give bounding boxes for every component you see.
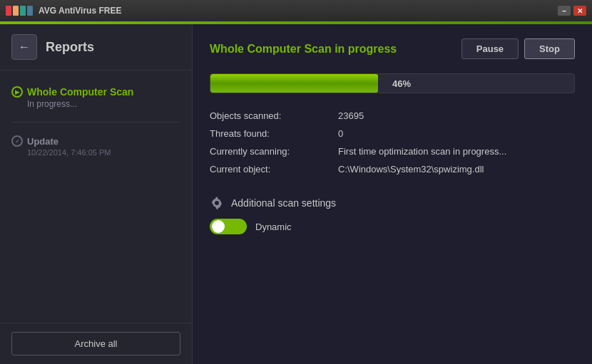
sidebar-footer: Archive all xyxy=(0,323,192,364)
main-content: Whole Computer Scan in progress Pause St… xyxy=(193,24,592,364)
detail-label-threats: Threats found: xyxy=(210,128,338,139)
sidebar-item-update[interactable]: ✓ Update 10/22/2014, 7:46:05 PM xyxy=(0,128,192,164)
logo-block-blue xyxy=(27,6,33,16)
sidebar: ← Reports ▶ Whole Computer Scan In progr… xyxy=(0,24,193,364)
check-icon: ✓ xyxy=(11,135,23,147)
detail-value-current-object: C:\Windows\System32\spwizimg.dll xyxy=(338,164,484,175)
scan-header: Whole Computer Scan in progress Pause St… xyxy=(210,38,575,59)
minimize-button[interactable]: – xyxy=(558,6,571,16)
detail-label-objects: Objects scanned: xyxy=(210,110,338,121)
back-button[interactable]: ← xyxy=(11,34,37,60)
detail-row-currently-scanning: Currently scanning: First time optimizat… xyxy=(210,146,575,157)
item-name-update: ✓ Update xyxy=(11,135,180,147)
logo-block-green xyxy=(20,6,26,16)
additional-scan-settings-label: Additional scan settings xyxy=(231,197,336,209)
detail-row-current-object: Current object: C:\Windows\System32\spwi… xyxy=(210,164,575,175)
avg-logo xyxy=(6,6,33,16)
title-bar-controls: – ✕ xyxy=(558,6,586,16)
scan-details: Objects scanned: 23695 Threats found: 0 … xyxy=(210,110,575,175)
item-name-whole-computer-scan: ▶ Whole Computer Scan xyxy=(11,86,180,98)
pause-button[interactable]: Pause xyxy=(461,38,519,59)
stop-button[interactable]: Stop xyxy=(524,38,575,59)
detail-value-threats: 0 xyxy=(338,128,343,139)
detail-row-objects: Objects scanned: 23695 xyxy=(210,110,575,121)
dynamic-label: Dynamic xyxy=(255,222,292,232)
additional-scan-settings-link[interactable]: Additional scan settings xyxy=(210,196,575,210)
item-timestamp-update: 10/22/2014, 7:46:05 PM xyxy=(27,148,180,157)
sidebar-item-whole-computer-scan[interactable]: ▶ Whole Computer Scan In progress... xyxy=(0,79,192,116)
gear-icon xyxy=(210,196,224,210)
app-title: AVG AntiVirus FREE xyxy=(39,6,121,16)
title-bar: AVG AntiVirus FREE – ✕ xyxy=(0,0,592,21)
toggle-knob xyxy=(212,220,225,233)
logo-block-red xyxy=(6,6,11,16)
detail-value-objects: 23695 xyxy=(338,110,364,121)
sidebar-title: Reports xyxy=(46,40,94,55)
play-icon: ▶ xyxy=(11,86,23,98)
progress-label: 46% xyxy=(392,78,411,89)
sidebar-header: ← Reports xyxy=(0,24,192,71)
progress-container: 46% xyxy=(210,73,575,93)
detail-label-currently-scanning: Currently scanning: xyxy=(210,146,338,157)
additional-settings: Additional scan settings Dynamic xyxy=(210,196,575,234)
main-layout: ← Reports ▶ Whole Computer Scan In progr… xyxy=(0,24,592,364)
progress-bar-outer: 46% xyxy=(210,73,575,93)
detail-label-current-object: Current object: xyxy=(210,164,338,175)
dynamic-toggle-row: Dynamic xyxy=(210,219,575,234)
dynamic-toggle[interactable] xyxy=(210,219,247,234)
close-button[interactable]: ✕ xyxy=(573,6,586,16)
title-bar-left: AVG AntiVirus FREE xyxy=(6,6,121,16)
progress-bar-inner xyxy=(210,74,378,93)
archive-all-button[interactable]: Archive all xyxy=(11,332,180,355)
detail-value-currently-scanning: First time optimization scan in progress… xyxy=(338,146,506,157)
scan-title: Whole Computer Scan in progress xyxy=(210,43,397,56)
sidebar-divider xyxy=(11,122,180,123)
logo-block-orange xyxy=(13,6,19,16)
scan-controls: Pause Stop xyxy=(461,38,575,59)
sidebar-items: ▶ Whole Computer Scan In progress... ✓ U… xyxy=(0,71,192,323)
detail-row-threats: Threats found: 0 xyxy=(210,128,575,139)
item-status-scan: In progress... xyxy=(27,99,180,109)
